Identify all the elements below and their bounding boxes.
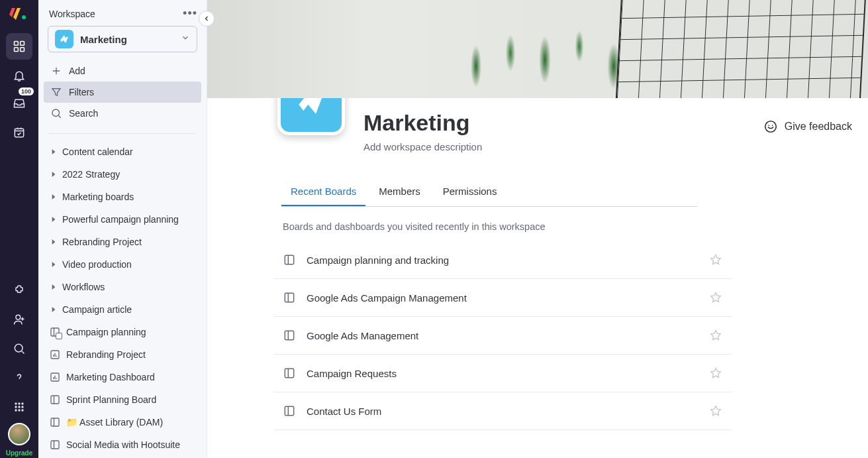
recent-board-name: Contact Us Form xyxy=(307,406,709,417)
user-avatar[interactable] xyxy=(8,423,30,445)
rail-mywork[interactable] xyxy=(6,119,32,146)
svg-rect-21 xyxy=(51,396,59,404)
svg-point-10 xyxy=(21,402,23,404)
recent-hint: Boards and dashboards you visited recent… xyxy=(283,221,868,232)
board-icon xyxy=(283,253,296,266)
folder-item[interactable]: Content calendar xyxy=(42,141,203,163)
workspace-title[interactable]: Marketing xyxy=(363,110,763,136)
recent-board-row[interactable]: Google Ads Management xyxy=(273,317,732,355)
board-item[interactable]: Social Media with Hootsuite xyxy=(42,433,203,456)
folder-item[interactable]: Campaign article xyxy=(42,298,203,321)
recent-board-row[interactable]: Campaign Requests xyxy=(273,355,732,392)
board-icon xyxy=(283,329,296,342)
filters-button[interactable]: Filters xyxy=(44,82,201,103)
svg-rect-5 xyxy=(15,129,23,137)
svg-point-8 xyxy=(15,402,17,404)
board-item[interactable]: Rebranding Project xyxy=(42,343,203,366)
star-icon[interactable] xyxy=(709,253,722,266)
side-panel: Workspace ••• Marketing Add Filters xyxy=(38,0,207,458)
board-item[interactable]: Sprint Planning Board xyxy=(42,388,203,411)
folder-item[interactable]: Video production xyxy=(42,253,203,276)
svg-rect-29 xyxy=(285,406,293,415)
board-label: Sprint Planning Board xyxy=(66,394,156,405)
folder-item[interactable]: Marketing boards xyxy=(42,186,203,208)
give-feedback-button[interactable]: Give feedback xyxy=(763,119,852,134)
panel-menu-button[interactable]: ••• xyxy=(183,7,197,21)
workspace-tabs: Recent BoardsMembersPermissions xyxy=(281,179,697,207)
recent-board-row[interactable]: Contact Us Form xyxy=(273,392,732,430)
tab-recent-boards[interactable]: Recent Boards xyxy=(281,179,365,206)
board-item[interactable]: Campaign planning xyxy=(42,321,203,343)
workspace-description[interactable]: Add workspace description xyxy=(363,141,763,152)
feedback-icon xyxy=(763,119,778,134)
workspace-name: Marketing xyxy=(80,34,181,45)
star-icon[interactable] xyxy=(709,329,722,342)
svg-point-16 xyxy=(21,409,23,411)
svg-point-12 xyxy=(18,406,20,408)
recent-board-name: Campaign planning and tracking xyxy=(307,255,709,266)
folder-item[interactable]: 2022 Strategy xyxy=(42,163,203,186)
svg-point-24 xyxy=(765,121,776,133)
workspace-large-icon[interactable] xyxy=(277,98,345,135)
rail-inbox[interactable]: 100 xyxy=(6,90,32,117)
rail-notifications[interactable] xyxy=(6,62,32,89)
add-button[interactable]: Add xyxy=(44,60,201,82)
star-icon[interactable] xyxy=(709,291,722,304)
rail-search[interactable] xyxy=(6,335,32,362)
svg-point-11 xyxy=(15,406,17,408)
chevron-down-icon xyxy=(181,33,190,45)
workspace-picker[interactable]: Marketing xyxy=(48,26,197,52)
feedback-label: Give feedback xyxy=(785,121,852,133)
workspace-cover xyxy=(207,0,868,98)
folder-label: 2022 Strategy xyxy=(62,169,120,180)
collapse-panel-button[interactable] xyxy=(199,11,215,27)
board-item[interactable]: 📁 Asset Library (DAM) xyxy=(42,411,203,433)
recent-boards-list: Campaign planning and trackingGoogle Ads… xyxy=(273,241,732,430)
rail-apps[interactable] xyxy=(6,277,32,304)
folder-item[interactable]: Workflows xyxy=(42,276,203,298)
inbox-badge: 100 xyxy=(19,87,34,95)
svg-rect-3 xyxy=(15,48,19,52)
app-logo[interactable] xyxy=(9,5,29,21)
main-content: Marketing Add workspace description Give… xyxy=(207,0,868,458)
board-icon xyxy=(283,367,296,380)
tab-permissions[interactable]: Permissions xyxy=(434,179,506,206)
svg-rect-2 xyxy=(21,42,24,46)
add-label: Add xyxy=(69,66,85,76)
board-item[interactable]: Marketing Dashboard xyxy=(42,366,203,388)
rail-menu[interactable] xyxy=(6,394,32,420)
search-button[interactable]: Search xyxy=(44,103,201,124)
star-icon[interactable] xyxy=(709,404,722,418)
rail-help[interactable] xyxy=(6,365,32,391)
rail-workspaces[interactable] xyxy=(6,33,32,60)
recent-board-row[interactable]: Campaign planning and tracking xyxy=(273,241,732,279)
svg-rect-25 xyxy=(285,255,293,264)
svg-rect-1 xyxy=(15,42,19,46)
svg-point-15 xyxy=(18,409,20,411)
filters-label: Filters xyxy=(69,87,94,97)
svg-rect-27 xyxy=(285,331,293,339)
rail-invite[interactable] xyxy=(6,306,32,333)
folder-label: Powerful campaign planning xyxy=(62,214,179,225)
star-icon[interactable] xyxy=(709,367,722,380)
recent-board-row[interactable]: Google Ads Campaign Management xyxy=(273,279,732,317)
svg-rect-28 xyxy=(285,369,293,377)
workspace-section-label: Workspace xyxy=(49,9,95,19)
folder-item[interactable]: Powerful campaign planning xyxy=(42,208,203,231)
folder-label: Content calendar xyxy=(62,146,133,157)
folder-label: Workflows xyxy=(62,282,105,292)
recent-board-name: Campaign Requests xyxy=(307,368,709,379)
svg-rect-26 xyxy=(285,293,293,302)
board-label: Social Media with Hootsuite xyxy=(66,439,180,450)
folder-label: Campaign article xyxy=(62,304,132,315)
svg-rect-23 xyxy=(51,441,59,449)
workspace-icon xyxy=(55,30,73,48)
search-label: Search xyxy=(69,108,98,119)
svg-point-9 xyxy=(18,402,20,404)
left-rail: 100 Upgrade xyxy=(0,0,38,458)
folder-label: Rebranding Project xyxy=(62,237,142,247)
tab-members[interactable]: Members xyxy=(369,179,430,206)
svg-point-17 xyxy=(52,109,60,117)
folder-item[interactable]: Rebranding Project xyxy=(42,231,203,253)
upgrade-link[interactable]: Upgrade xyxy=(6,449,33,458)
